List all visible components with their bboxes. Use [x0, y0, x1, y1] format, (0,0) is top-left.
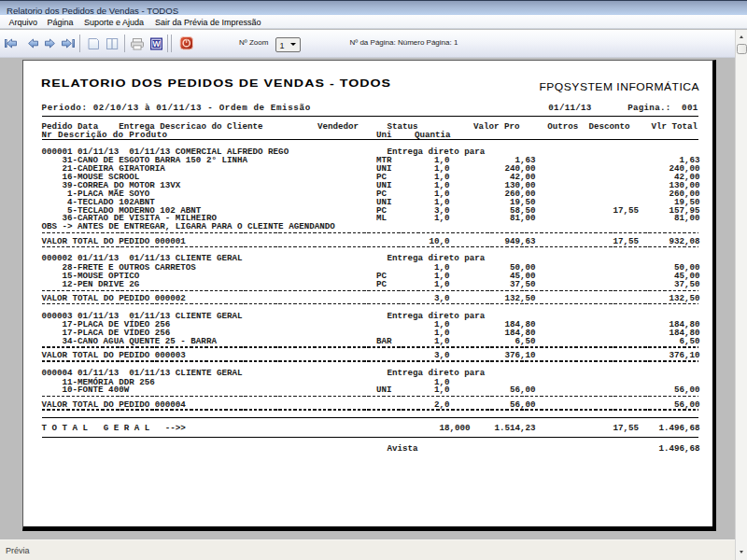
svg-text:W: W	[152, 39, 161, 49]
